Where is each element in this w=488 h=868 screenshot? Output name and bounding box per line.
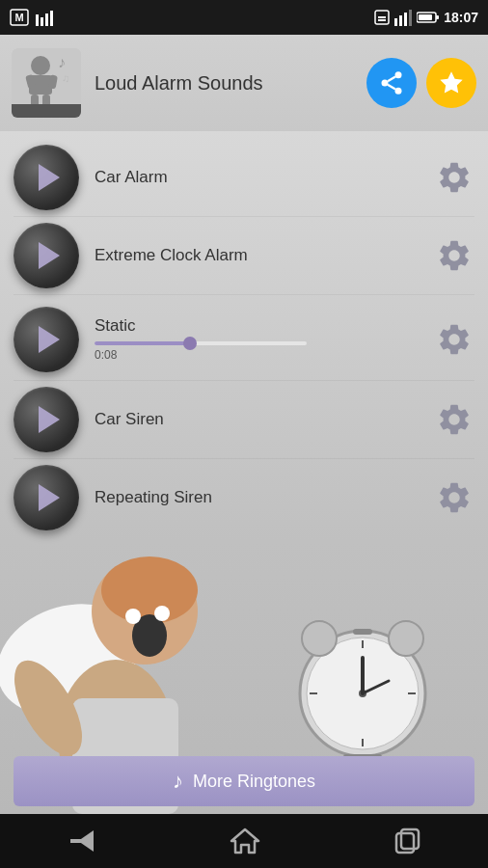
share-icon	[378, 69, 405, 96]
status-right-icons: 18:07	[374, 9, 478, 26]
gear-icon-extreme-clock-alarm	[436, 237, 473, 274]
sound-item-repeating-siren: Repeating Siren	[0, 459, 488, 536]
svg-rect-25	[12, 104, 81, 118]
svg-rect-3	[41, 17, 43, 26]
svg-point-42	[307, 637, 419, 749]
sound-name-car-alarm: Car Alarm	[95, 168, 168, 186]
home-button[interactable]	[230, 826, 260, 856]
play-icon	[39, 484, 60, 511]
svg-point-44	[389, 621, 423, 656]
sound-info-static: Static 0:08	[95, 316, 434, 363]
sound-name-car-siren: Car Siren	[95, 410, 164, 428]
svg-rect-9	[394, 18, 397, 26]
svg-rect-7	[378, 16, 386, 18]
sound-item-extreme-clock-alarm: Extreme Clock Alarm	[0, 217, 488, 294]
sound-list: Car Alarm Extreme Clock Alarm	[0, 131, 488, 544]
svg-rect-4	[45, 14, 48, 26]
play-button-car-siren[interactable]	[14, 387, 79, 452]
sound-item-static: Static 0:08	[0, 295, 488, 380]
settings-button-extreme-clock-alarm[interactable]	[434, 235, 474, 276]
svg-point-40	[154, 606, 170, 621]
sim-icon	[374, 9, 390, 26]
nav-bar	[0, 814, 488, 868]
svg-rect-8	[378, 19, 386, 21]
more-ringtones-label: More Ringtones	[193, 772, 315, 792]
sound-name-static: Static	[95, 316, 136, 335]
progress-container-static: 0:08	[95, 341, 434, 363]
settings-button-car-siren[interactable]	[434, 399, 474, 440]
back-arrow-icon	[67, 828, 97, 854]
app-thumbnail: ♪ ♫	[12, 48, 81, 118]
clock-figure	[290, 611, 435, 766]
svg-point-28	[395, 88, 402, 95]
svg-rect-2	[36, 14, 39, 26]
svg-rect-56	[70, 839, 86, 843]
sound-item-car-siren: Car Siren	[0, 381, 488, 458]
svg-marker-31	[440, 71, 462, 93]
svg-line-30	[388, 77, 395, 82]
svg-rect-14	[436, 15, 439, 19]
svg-point-17	[31, 56, 50, 75]
svg-rect-45	[353, 629, 372, 635]
content-area: Car Alarm Extreme Clock Alarm	[0, 131, 488, 814]
svg-rect-12	[409, 10, 412, 26]
svg-point-26	[395, 71, 402, 78]
gear-icon-static	[436, 321, 473, 358]
home-icon	[230, 826, 260, 856]
more-ringtones-button[interactable]: ♪ More Ringtones	[14, 756, 474, 806]
progress-bar-bg-static[interactable]	[95, 341, 307, 345]
svg-rect-11	[404, 13, 407, 26]
play-button-static[interactable]	[14, 307, 79, 372]
motorola-icon: M	[10, 9, 29, 26]
music-note-icon: ♪	[173, 769, 183, 794]
svg-line-29	[388, 85, 395, 90]
signal-icon	[393, 9, 413, 26]
bars-icon	[35, 9, 54, 26]
play-button-repeating-siren[interactable]	[14, 465, 79, 530]
more-ringtones-bar: ♪ More Ringtones	[0, 750, 488, 814]
status-bar: M 18:07	[0, 0, 488, 35]
svg-text:♪: ♪	[58, 54, 66, 70]
play-icon	[39, 406, 60, 433]
share-button[interactable]	[366, 58, 417, 108]
play-icon	[39, 242, 60, 269]
progress-time-static: 0:08	[95, 348, 117, 362]
svg-point-27	[382, 80, 389, 87]
play-button-car-alarm[interactable]	[14, 145, 79, 210]
status-left-icons: M	[10, 9, 54, 26]
recents-button[interactable]	[393, 827, 421, 854]
sound-item-car-alarm: Car Alarm	[0, 139, 488, 216]
svg-text:M: M	[14, 12, 23, 23]
play-button-extreme-clock-alarm[interactable]	[14, 223, 79, 288]
svg-point-34	[92, 558, 198, 665]
svg-text:♫: ♫	[62, 72, 69, 84]
svg-marker-57	[231, 829, 258, 853]
svg-point-37	[1, 650, 95, 766]
sound-info-car-alarm: Car Alarm	[95, 168, 434, 187]
progress-bar-fill-static	[95, 341, 190, 345]
settings-button-repeating-siren[interactable]	[434, 477, 474, 518]
back-button[interactable]	[67, 828, 97, 854]
settings-button-static[interactable]	[434, 319, 474, 360]
battery-icon	[417, 11, 440, 24]
favorite-button[interactable]	[426, 58, 476, 108]
play-icon	[39, 326, 60, 353]
status-time: 18:07	[444, 10, 478, 25]
progress-thumb-static	[183, 337, 197, 350]
svg-point-41	[300, 631, 425, 756]
svg-rect-15	[419, 14, 432, 20]
play-icon	[39, 164, 60, 191]
svg-point-39	[125, 609, 141, 624]
gear-icon-car-siren	[436, 401, 473, 438]
svg-point-46	[359, 690, 366, 697]
settings-button-car-alarm[interactable]	[434, 157, 474, 198]
sound-info-repeating-siren: Repeating Siren	[95, 488, 434, 507]
gear-icon-car-alarm	[436, 159, 473, 196]
svg-point-35	[101, 556, 198, 624]
gear-icon-repeating-siren	[436, 479, 473, 516]
header: ♪ ♫ Loud Alarm Sounds	[0, 35, 488, 131]
sound-info-car-siren: Car Siren	[95, 410, 434, 429]
sound-info-extreme-clock-alarm: Extreme Clock Alarm	[95, 246, 434, 265]
sound-name-extreme-clock-alarm: Extreme Clock Alarm	[95, 246, 248, 264]
recents-icon	[393, 827, 421, 854]
